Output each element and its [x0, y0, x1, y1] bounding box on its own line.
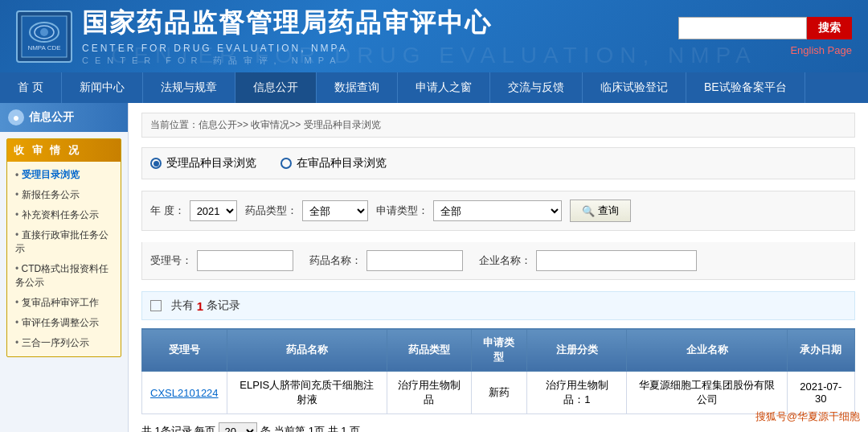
- watermark-text: 搜狐号@华夏源干细胞: [755, 410, 860, 422]
- sidebar-link-5[interactable]: 复审品种审评工作: [7, 293, 121, 313]
- form-row-year: 年 度： 2021202020192018: [150, 200, 237, 221]
- query-button[interactable]: 🔍 查询: [570, 200, 631, 222]
- radio-label-2: 在审品种目录浏览: [297, 156, 387, 171]
- nav-home[interactable]: 首 页: [0, 72, 62, 103]
- sidebar-link-4[interactable]: CTD格式出报资料任务公示: [7, 259, 121, 293]
- select-all-checkbox[interactable]: [150, 300, 162, 311]
- nav-data[interactable]: 数据查询: [317, 72, 398, 103]
- sidebar-link-6[interactable]: 审评任务调整公示: [7, 313, 121, 333]
- drug-name-input[interactable]: [366, 250, 463, 271]
- apply-type-label: 申请类型：: [376, 204, 428, 218]
- cell-reg-class: 治疗用生物制品：1: [527, 372, 627, 414]
- drug-name-label: 药品名称：: [309, 253, 362, 268]
- logo-subtitle-cn: CENTER FOR 药品审评, NMPA: [82, 55, 492, 67]
- radio-label-1: 受理品种目录浏览: [166, 156, 256, 171]
- breadcrumb: 当前位置：信息公开>> 收审情况>> 受理品种目录浏览: [141, 113, 855, 138]
- form-row-apply-type: 申请类型： 全部新药仿制药补充申请: [376, 200, 562, 221]
- company-input[interactable]: [536, 250, 697, 271]
- sidebar-section: 收 审 情 况 受理目录浏览 新报任务公示 补充资料任务公示 直接行政审批任务公…: [6, 138, 121, 357]
- nav-news[interactable]: 新闻中心: [62, 72, 143, 103]
- nav-be[interactable]: BE试验备案平台: [686, 72, 805, 103]
- cell-apply-type: 新药: [471, 372, 526, 414]
- result-count: 共有 1 条记录: [141, 291, 855, 320]
- table-row: CXSL2101224 ELPIS人脐带间充质干细胞注射液 治疗用生物制品 新药…: [142, 372, 855, 414]
- form-row-drug-name: 药品名称：: [309, 250, 463, 271]
- search-icon: 🔍: [582, 205, 595, 217]
- search-form: 年 度： 2021202020192018 药品类型： 全部化药生物制品中药 申…: [141, 191, 855, 231]
- cell-company: 华夏源细胞工程集团股份有限公司: [627, 372, 787, 414]
- col-reg-class: 注册分类: [527, 329, 627, 372]
- form-row-receipt: 受理号：: [150, 250, 293, 271]
- nav-exchange[interactable]: 交流与反馈: [490, 72, 583, 103]
- sidebar-title: 信息公开: [29, 110, 74, 125]
- search-form-row2: 受理号： 药品名称： 企业名称：: [141, 242, 855, 280]
- logo-subtitle-en: CENTER FOR DRUG EVALUATION, NMPA: [82, 43, 492, 54]
- year-label: 年 度：: [150, 204, 185, 218]
- sidebar-link-1[interactable]: 新报任务公示: [7, 185, 121, 205]
- col-apply-type: 申请类型: [471, 329, 526, 372]
- drug-type-label: 药品类型：: [245, 204, 297, 218]
- sidebar-link-2[interactable]: 补充资料任务公示: [7, 205, 121, 225]
- receipt-label: 受理号：: [150, 253, 192, 268]
- sidebar-link-0[interactable]: 受理目录浏览: [7, 165, 121, 185]
- nav-info[interactable]: 信息公开: [235, 72, 317, 103]
- nav-regulations[interactable]: 法规与规章: [143, 72, 235, 103]
- header-right: 搜索 English Page: [678, 17, 852, 56]
- cell-drug-name: ELPIS人脐带间充质干细胞注射液: [227, 372, 387, 414]
- col-drug-name: 药品名称: [227, 329, 387, 372]
- sidebar: ● 信息公开 收 审 情 况 受理目录浏览 新报任务公示 补充资料任务公示 直接…: [0, 103, 129, 432]
- logo-icon: NMPA CDE: [16, 10, 72, 63]
- logo-area: NMPA CDE 国家药品监督管理局药品审评中心 CENTER FOR DRUG…: [16, 6, 492, 67]
- radio-option-1[interactable]: 受理品种目录浏览: [150, 156, 256, 171]
- pagination: 共 1条记录 每页 2050100 条 当前第 1页 共 1 页: [141, 422, 855, 432]
- main-nav: 首 页 新闻中心 法规与规章 信息公开 数据查询 申请人之窗 交流与反馈 临床试…: [0, 72, 868, 103]
- sidebar-links: 受理目录浏览 新报任务公示 补充资料任务公示 直接行政审批任务公示 CTD格式出…: [7, 162, 121, 356]
- page-header: NMPA CDE 国家药品监督管理局药品审评中心 CENTER FOR DRUG…: [0, 0, 868, 72]
- search-bar: 搜索: [678, 17, 852, 39]
- search-input[interactable]: [678, 17, 807, 39]
- radio-circle-2: [280, 158, 292, 169]
- sidebar-link-3[interactable]: 直接行政审批任务公示: [7, 225, 121, 259]
- radio-option-2[interactable]: 在审品种目录浏览: [280, 156, 387, 171]
- radio-group: 受理品种目录浏览 在审品种目录浏览: [141, 147, 855, 179]
- sidebar-section-title: 收 审 情 况: [7, 139, 121, 162]
- apply-type-select[interactable]: 全部新药仿制药补充申请: [433, 200, 562, 221]
- radio-circle-1: [150, 158, 162, 169]
- search-button[interactable]: 搜索: [807, 17, 852, 39]
- pagination-prefix: 共 1条记录 每页: [141, 424, 215, 432]
- per-page-select[interactable]: 2050100: [219, 422, 257, 432]
- breadcrumb-text: 当前位置：信息公开>> 收审情况>> 受理品种目录浏览: [150, 119, 381, 130]
- company-label: 企业名称：: [479, 253, 531, 268]
- svg-point-3: [40, 28, 48, 36]
- english-link[interactable]: English Page: [790, 44, 852, 56]
- table-header-row: 受理号 药品名称 药品类型 申请类型 注册分类 企业名称 承办日期: [142, 329, 855, 372]
- watermark: 搜狐号@华夏源干细胞: [755, 409, 860, 424]
- sidebar-header: ● 信息公开: [0, 103, 128, 132]
- result-prefix: 共有: [171, 298, 194, 313]
- form-row-drug-type: 药品类型： 全部化药生物制品中药: [245, 200, 368, 221]
- cell-date: 2021-07-30: [787, 372, 854, 414]
- svg-text:NMPA CDE: NMPA CDE: [27, 44, 60, 51]
- year-select[interactable]: 2021202020192018: [190, 200, 237, 221]
- col-receipt: 受理号: [142, 329, 227, 372]
- result-suffix: 条记录: [207, 298, 240, 313]
- nav-clinical[interactable]: 临床试验登记: [583, 72, 686, 103]
- col-date: 承办日期: [787, 329, 854, 372]
- cell-receipt[interactable]: CXSL2101224: [142, 372, 227, 414]
- logo-text: 国家药品监督管理局药品审评中心 CENTER FOR DRUG EVALUATI…: [82, 6, 492, 67]
- main-layout: ● 信息公开 收 审 情 况 受理目录浏览 新报任务公示 补充资料任务公示 直接…: [0, 103, 868, 432]
- logo-title-cn: 国家药品监督管理局药品审评中心: [82, 6, 492, 41]
- col-company: 企业名称: [627, 329, 787, 372]
- results-table: 受理号 药品名称 药品类型 申请类型 注册分类 企业名称 承办日期 CXSL21…: [141, 328, 855, 414]
- nav-applicant[interactable]: 申请人之窗: [398, 72, 490, 103]
- query-label: 查询: [598, 204, 619, 218]
- pagination-suffix: 条 当前第 1页 共 1 页: [260, 424, 360, 432]
- content-area: 当前位置：信息公开>> 收审情况>> 受理品种目录浏览 受理品种目录浏览 在审品…: [129, 103, 868, 432]
- sidebar-link-7[interactable]: 三合一序列公示: [7, 333, 121, 353]
- form-row-company: 企业名称：: [479, 250, 697, 271]
- receipt-input[interactable]: [197, 250, 293, 271]
- col-drug-type: 药品类型: [387, 329, 471, 372]
- cell-drug-type: 治疗用生物制品: [387, 372, 471, 414]
- drug-type-select[interactable]: 全部化药生物制品中药: [302, 200, 368, 221]
- info-icon: ●: [8, 109, 24, 125]
